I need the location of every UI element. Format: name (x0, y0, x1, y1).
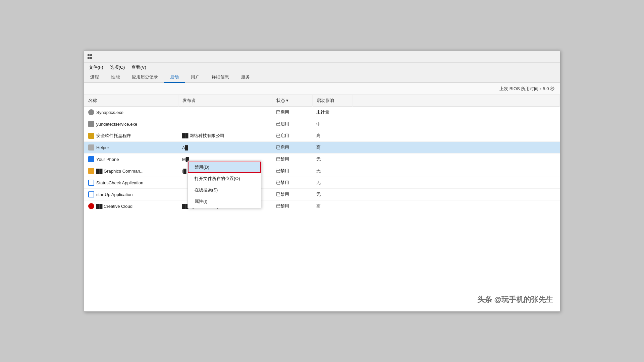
app-icon (88, 191, 94, 197)
svg-rect-0 (88, 54, 90, 56)
bios-label: 上次 BIOS 所用时间： (499, 86, 543, 92)
app-icon (88, 144, 94, 150)
cell-impact: 高 (312, 142, 353, 154)
cell-status: 已禁用 (272, 154, 312, 165)
app-name-text: Helper (96, 145, 109, 150)
context-menu-item-D[interactable]: 禁用(D) (188, 162, 261, 173)
cell-impact: 中 (312, 118, 353, 130)
tab-启动[interactable]: 启动 (164, 72, 185, 83)
cell-status: 已启用 (272, 107, 312, 118)
menu-item-文件[interactable]: 文件(F) (86, 63, 107, 72)
tab-bar: 进程性能应用历史记录启动用户详细信息服务 (84, 72, 560, 83)
cell-status: 已禁用 (272, 200, 312, 212)
cell-status: 已启用 (272, 130, 312, 142)
cell-impact: 无 (312, 177, 353, 189)
table-row[interactable]: 安全软件托盘程序██ 网络科技有限公司已启用高 (84, 130, 560, 142)
tab-应用历史记录[interactable]: 应用历史记录 (126, 72, 164, 83)
tab-服务[interactable]: 服务 (235, 72, 256, 83)
task-manager-window: 文件(F)选项(O)查看(V) 进程性能应用历史记录启动用户详细信息服务 上次 … (84, 50, 560, 312)
cell-empty (353, 189, 560, 200)
table-row[interactable]: startUp Application已禁用无 (84, 189, 560, 200)
table-row[interactable]: Your PhoneM█已禁用无 (84, 154, 560, 165)
table-row[interactable]: Synaptics.exe已启用未计量 (84, 107, 560, 118)
tab-详细信息[interactable]: 详细信息 (206, 72, 235, 83)
app-name-text: 安全软件托盘程序 (96, 133, 131, 139)
cell-impact: 高 (312, 200, 353, 212)
app-name-text: Synaptics.exe (96, 110, 123, 115)
tab-进程[interactable]: 进程 (84, 72, 105, 83)
context-menu-item-I[interactable]: 属性(I) (188, 196, 261, 207)
app-name-text: yundetectservice.exe (96, 122, 137, 127)
cell-empty (353, 130, 560, 142)
cell-empty (353, 142, 560, 154)
cell-empty (353, 107, 560, 118)
table-body: Synaptics.exe已启用未计量yundetectservice.exe已… (84, 107, 560, 212)
window-controls (511, 52, 557, 62)
cell-impact: 无 (312, 165, 353, 177)
app-name-text: Your Phone (96, 157, 119, 162)
cell-status: 已启用 (272, 118, 312, 130)
window-icon (87, 54, 93, 60)
col-name[interactable]: 名称 (84, 95, 178, 107)
app-icon (88, 180, 94, 186)
app-icon (88, 156, 94, 162)
col-impact[interactable]: 启动影响 (312, 95, 353, 107)
cell-name: StatusCheck Application (84, 177, 178, 189)
cell-name: startUp Application (84, 189, 178, 200)
col-empty (353, 95, 560, 107)
col-publisher[interactable]: 发布者 (178, 95, 272, 107)
cell-empty (353, 177, 560, 189)
cell-name: ██ Graphics Comman... (84, 165, 178, 177)
menu-item-选项[interactable]: 选项(O) (107, 63, 128, 72)
cell-name: Your Phone (84, 154, 178, 165)
cell-impact: 未计量 (312, 107, 353, 118)
table-row[interactable]: ██ Creative Cloud██ Systems Incorporated… (84, 200, 560, 212)
cell-impact: 无 (312, 189, 353, 200)
app-name-text: ██ Graphics Comman... (96, 169, 144, 174)
cell-publisher: ██ 网络科技有限公司 (178, 130, 272, 142)
cell-publisher (178, 107, 272, 118)
menu-item-查看[interactable]: 查看(V) (128, 63, 149, 72)
table-row[interactable]: yundetectservice.exe已启用中 (84, 118, 560, 130)
startup-table: 名称 发布者 状态 ▾ 启动影响 Synaptics.exe已启用未计量yund… (84, 95, 560, 311)
cell-name: ██ Creative Cloud (84, 200, 178, 212)
cell-empty (353, 154, 560, 165)
cell-empty (353, 200, 560, 212)
close-button[interactable] (542, 52, 557, 62)
cell-impact: 高 (312, 130, 353, 142)
bios-value: 5.0 秒 (543, 86, 554, 92)
cell-name: yundetectservice.exe (84, 118, 178, 130)
table-row[interactable]: ██ Graphics Comman...I█已禁用无 (84, 165, 560, 177)
cell-name: 安全软件托盘程序 (84, 130, 178, 142)
app-icon (88, 133, 94, 139)
maximize-button[interactable] (526, 52, 542, 62)
context-menu-item-O[interactable]: 打开文件所在的位置(O) (188, 173, 261, 184)
app-icon (88, 203, 94, 209)
cell-status: 已禁用 (272, 177, 312, 189)
app-name-text: ██ Creative Cloud (96, 204, 132, 209)
cell-empty (353, 118, 560, 130)
cell-impact: 无 (312, 154, 353, 165)
context-menu-item-S[interactable]: 在线搜索(S) (188, 184, 261, 196)
svg-rect-2 (88, 57, 90, 59)
title-bar (84, 51, 560, 63)
app-icon (88, 121, 94, 127)
minimize-button[interactable] (511, 52, 526, 62)
cell-status: 已禁用 (272, 189, 312, 200)
app-name-text: startUp Application (96, 192, 132, 197)
table-row[interactable]: HelperA█已启用高 (84, 142, 560, 154)
context-menu: 禁用(D)打开文件所在的位置(O)在线搜索(S)属性(I) (187, 161, 261, 208)
tab-用户[interactable]: 用户 (185, 72, 206, 83)
cell-status: 已禁用 (272, 165, 312, 177)
cell-status: 已启用 (272, 142, 312, 154)
tab-性能[interactable]: 性能 (105, 72, 126, 83)
app-name-text: StatusCheck Application (96, 180, 143, 185)
bios-bar: 上次 BIOS 所用时间： 5.0 秒 (84, 83, 560, 95)
cell-empty (353, 165, 560, 177)
svg-rect-1 (90, 54, 92, 56)
table-row[interactable]: StatusCheck Application已禁用无 (84, 177, 560, 189)
app-icon (88, 168, 94, 174)
table-header: 名称 发布者 状态 ▾ 启动影响 (84, 95, 560, 107)
cell-publisher: A█ (178, 142, 272, 154)
col-status[interactable]: 状态 ▾ (272, 95, 312, 107)
